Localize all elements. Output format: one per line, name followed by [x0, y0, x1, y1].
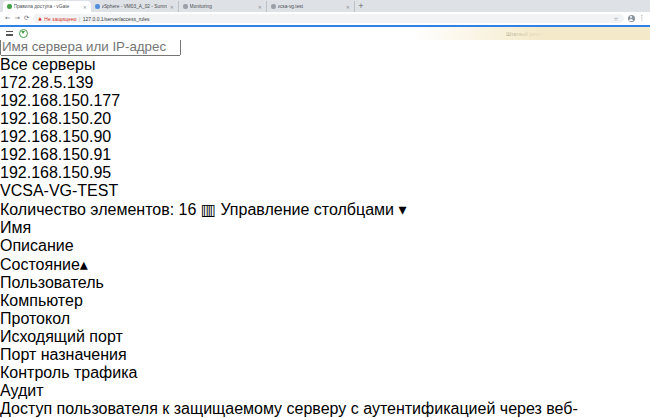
browser-tab[interactable]: Monitoring × [179, 1, 267, 12]
sidebar-item-label: 192.168.150.91 [0, 146, 111, 163]
items-count-label: Количество элементов: 16 [0, 201, 196, 218]
tab-close-icon[interactable]: × [169, 4, 174, 10]
tab-favicon [95, 4, 100, 9]
tab-close-icon[interactable]: × [257, 4, 262, 10]
manage-columns-button[interactable]: ▥ Управление столбцами ▾ [201, 201, 407, 218]
sidebar-server-item[interactable]: 192.168.150.91 [0, 146, 650, 164]
browser-tab[interactable]: vSphere - VM03_A_02 - Summa... × [91, 1, 179, 12]
security-warning-label[interactable]: Не защищено [44, 16, 76, 22]
browser-tab[interactable]: vcsa-vg.test × [267, 1, 355, 12]
sidebar-item-label: 192.168.150.177 [0, 92, 120, 109]
column-header-dest-port[interactable]: Порт назначения [0, 346, 650, 364]
tab-favicon [271, 4, 276, 9]
sidebar-item-label: 172.28.5.139 [0, 74, 93, 91]
sidebar-item-label: Все серверы [0, 56, 95, 73]
column-header-protocol[interactable]: Протокол [0, 310, 650, 328]
browser-tab-strip: Правила доступа - vGate × vSphere - VM03… [0, 0, 650, 12]
tab-title: vcsa-vg.test [278, 4, 344, 9]
column-header-audit[interactable]: Аудит [0, 382, 650, 400]
reload-icon[interactable]: ⟳ [24, 15, 29, 22]
rule-row[interactable]: Доступ пользователя к защищаемому сервер… [0, 400, 650, 418]
table-header-row: Имя Описание Состояние▴ Пользователь Ком… [0, 219, 650, 400]
tab-title: vSphere - VM03_A_02 - Summa... [102, 4, 168, 9]
chevron-down-icon: ▾ [641, 31, 643, 36]
security-warning-icon: ▲ [38, 16, 41, 21]
tab-favicon [7, 4, 12, 9]
browser-profile-icon[interactable] [628, 15, 635, 22]
notifications-bell-icon[interactable] [559, 31, 564, 37]
tab-close-icon[interactable]: × [82, 4, 87, 10]
url-text[interactable]: 127.0.0.1/server/access_rules [83, 16, 611, 22]
chevron-down-icon: ▾ [551, 31, 553, 36]
column-header-name[interactable]: Имя [0, 219, 650, 237]
sidebar-server-item[interactable]: 172.28.5.139 [0, 74, 650, 92]
mode-selector[interactable]: Штатный режим [506, 31, 545, 37]
user-account-label[interactable]: admin@TESTDEV [592, 31, 635, 37]
tab-close-icon[interactable]: × [345, 4, 350, 10]
chevron-down-icon: ▾ [398, 200, 406, 219]
sidebar-item-label: 192.168.150.95 [0, 164, 111, 181]
column-header-user[interactable]: Пользователь [0, 274, 650, 292]
sidebar-server-item[interactable]: 192.168.150.95 [0, 164, 650, 182]
docs-icon[interactable] [570, 31, 575, 37]
hamburger-menu-icon[interactable] [6, 31, 13, 36]
column-header-description[interactable]: Описание [0, 237, 650, 255]
sidebar-server-item[interactable]: 192.168.150.177 [0, 92, 650, 110]
back-icon[interactable]: ← [5, 15, 10, 22]
table-body: Доступ пользователя к защищаемому сервер… [0, 400, 650, 418]
browser-tab[interactable]: Правила доступа - vGate × [3, 1, 91, 12]
browser-menu-icon[interactable]: ⋮ [639, 15, 646, 22]
tab-favicon [183, 4, 188, 9]
sidebar-item-label: VCSA-VG-TEST [0, 182, 118, 199]
sidebar-server-item[interactable]: 192.168.150.20 [0, 110, 650, 128]
new-tab-button[interactable]: + [355, 1, 367, 12]
columns-icon: ▥ [201, 200, 216, 219]
server-sidebar: Все серверы 172.28.5.139 192.168.150.177… [0, 37, 650, 200]
bookmark-star-icon[interactable]: ☆ [614, 16, 619, 22]
rules-table-panel: Количество элементов: 16 ▥ Управление ст… [0, 200, 650, 418]
browser-navbar: ← → ⟳ ▲ Не защищено | 127.0.0.1/server/a… [0, 12, 650, 25]
app-header: Штатный режим ▾ admin@TESTDEV ▾ [0, 27, 650, 41]
sidebar-server-item[interactable]: Все серверы [0, 56, 650, 74]
column-header-source-port[interactable]: Исходящий порт [0, 328, 650, 346]
tab-title: Правила доступа - vGate [14, 4, 81, 9]
sidebar-server-item[interactable]: VCSA-VG-TEST [0, 182, 650, 200]
address-separator: | [79, 16, 80, 22]
sort-icon: ▴ [80, 255, 88, 274]
sidebar-item-label: 192.168.150.90 [0, 128, 111, 145]
sidebar-item-label: 192.168.150.20 [0, 110, 111, 127]
column-header-traffic-control[interactable]: Контроль трафика [0, 364, 650, 382]
vgate-logo [19, 29, 28, 38]
forward-icon[interactable]: → [14, 15, 19, 22]
tab-title: Monitoring [190, 4, 256, 9]
column-header-computer[interactable]: Компьютер [0, 292, 650, 310]
address-bar[interactable]: ▲ Не защищено | 127.0.0.1/server/access_… [33, 14, 623, 24]
user-account-icon[interactable] [581, 31, 586, 36]
sidebar-server-item[interactable]: 192.168.150.90 [0, 128, 650, 146]
rule-name: Доступ пользователя к защищаемому сервер… [0, 400, 650, 418]
column-header-state[interactable]: Состояние▴ [0, 255, 650, 274]
